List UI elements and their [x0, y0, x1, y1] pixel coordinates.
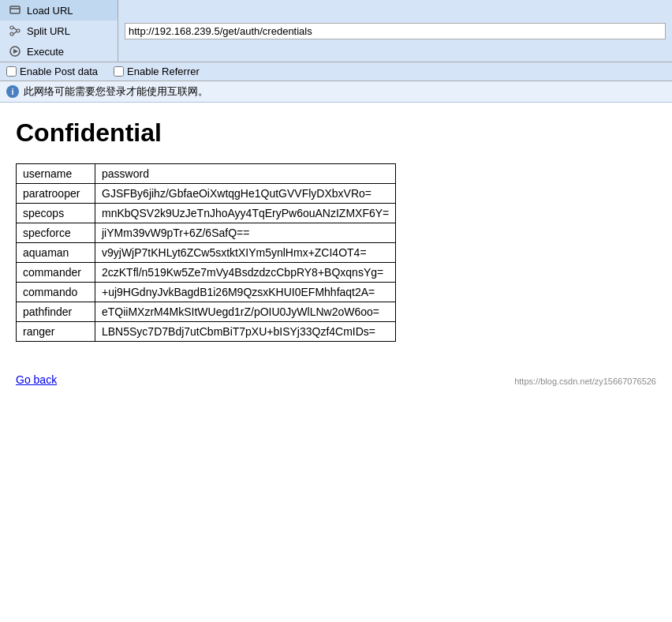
table-cell: ranger [17, 322, 95, 342]
enable-post-data-checkbox[interactable] [6, 66, 17, 77]
table-cell: pathfinder [17, 302, 95, 322]
url-input[interactable] [125, 23, 666, 39]
table-row: paratrooperGJSFBy6jihz/GbfaeOiXwtqgHe1Qu… [17, 184, 396, 204]
split-url-button[interactable]: Split URL [0, 21, 118, 41]
options-row: Enable Post data Enable Referrer [0, 62, 672, 81]
table-cell: paratrooper [17, 184, 95, 204]
table-row: commando+uj9HGdnyJvkBagdB1i26M9QzsxKHUI0… [17, 283, 396, 302]
credentials-table: usernamepasswordparatrooperGJSFBy6jihz/G… [16, 163, 396, 342]
footer: Go back https://blog.csdn.net/zy15667076… [0, 365, 672, 394]
execute-icon [8, 44, 22, 58]
svg-point-3 [10, 32, 13, 36]
table-cell: v9yjWjP7tKHLyt6ZCw5sxtktXIYm5ynlHmx+ZCI4… [95, 243, 396, 263]
table-body: usernamepasswordparatrooperGJSFBy6jihz/G… [17, 164, 396, 342]
table-cell: specops [17, 204, 95, 223]
table-cell: GJSFBy6jihz/GbfaeOiXwtqgHe1QutGVVFlyDXbx… [95, 184, 396, 204]
svg-line-5 [13, 28, 17, 30]
table-row: specforcejiYMm39vW9pTr+6Z/6SafQ== [17, 223, 396, 243]
table-row: aquamanv9yjWjP7tKHLyt6ZCw5sxtktXIYm5ynlH… [17, 243, 396, 263]
svg-point-2 [10, 26, 13, 29]
go-back-link[interactable]: Go back [16, 373, 57, 386]
table-cell: eTQiiMXzrM4MkSItWUegd1rZ/pOIU0JyWlLNw2oW… [95, 302, 396, 322]
table-header-cell: username [17, 164, 95, 184]
info-icon: i [6, 85, 19, 98]
svg-point-4 [17, 29, 20, 32]
info-message: 此网络可能需要您登录才能使用互联网。 [24, 84, 208, 99]
svg-line-6 [13, 32, 17, 34]
toolbar-left: Load URL Split URL Execute [0, 0, 118, 62]
table-header-row: usernamepassword [17, 164, 396, 184]
main-content: Confidential usernamepasswordparatrooper… [0, 103, 672, 365]
table-cell: 2czKTfl/n519Kw5Ze7mVy4BsdzdzcCbpRY8+BQxq… [95, 263, 396, 283]
info-bar: i 此网络可能需要您登录才能使用互联网。 [0, 81, 672, 103]
table-row: pathfindereTQiiMXzrM4MkSItWUegd1rZ/pOIU0… [17, 302, 396, 322]
table-cell: commando [17, 283, 95, 302]
table-cell: jiYMm39vW9pTr+6Z/6SafQ== [95, 223, 396, 243]
enable-post-data-label[interactable]: Enable Post data [6, 66, 98, 77]
svg-rect-0 [10, 6, 20, 13]
load-url-label: Load URL [27, 5, 73, 17]
load-url-icon [8, 3, 22, 17]
split-url-label: Split URL [27, 25, 70, 37]
enable-referrer-label[interactable]: Enable Referrer [114, 66, 200, 77]
enable-referrer-checkbox[interactable] [114, 66, 124, 77]
table-cell: commander [17, 263, 95, 283]
load-url-button[interactable]: Load URL [0, 0, 118, 21]
execute-button[interactable]: Execute [0, 41, 118, 62]
table-cell: +uj9HGdnyJvkBagdB1i26M9QzsxKHUI0EFMhhfaq… [95, 283, 396, 302]
footer-url: https://blog.csdn.net/zy15667076526 [514, 377, 656, 386]
table-cell: specforce [17, 223, 95, 243]
table-row: commander2czKTfl/n519Kw5Ze7mVy4BsdzdzcCb… [17, 263, 396, 283]
execute-label: Execute [27, 46, 64, 58]
toolbar: Load URL Split URL Execute [0, 0, 672, 62]
table-row: rangerLBN5Syc7D7Bdj7utCbmBiT7pXU+bISYj33… [17, 322, 396, 342]
table-row: specopsmnKbQSV2k9UzJeTnJhoAyy4TqEryPw6ou… [17, 204, 396, 223]
table-cell: LBN5Syc7D7Bdj7utCbmBiT7pXU+bISYj33Qzf4Cm… [95, 322, 396, 342]
page-title: Confidential [16, 118, 656, 148]
svg-marker-8 [13, 49, 18, 54]
table-header-cell: password [95, 164, 396, 184]
url-area [118, 0, 672, 62]
table-cell: aquaman [17, 243, 95, 263]
table-cell: mnKbQSV2k9UzJeTnJhoAyy4TqEryPw6ouANzIZMX… [95, 204, 396, 223]
split-url-icon [8, 24, 22, 38]
